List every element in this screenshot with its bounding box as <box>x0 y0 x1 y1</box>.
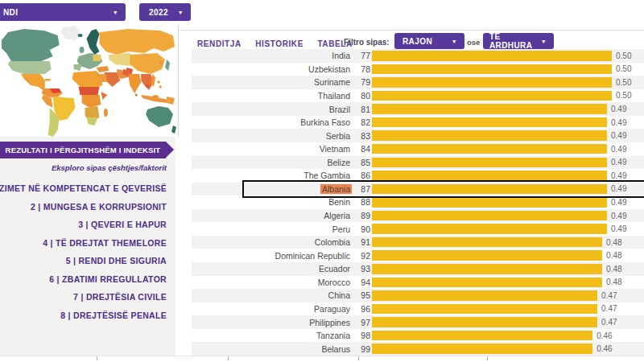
sidebar-item-factor-1[interactable]: 1 | KUFIZIMET NË KOMPETENCAT E QEVERISË <box>0 179 175 198</box>
sidebar-item-factor-7[interactable]: 7 | DREJTËSIA CIVILE <box>0 288 175 306</box>
country-name: Philippines <box>308 318 352 327</box>
ranking-row[interactable]: The Gambia 86 0.49 <box>192 169 644 183</box>
score-value: 0.48 <box>606 278 621 286</box>
ranking-row[interactable]: Dominican Republic 92 0.48 <box>192 249 644 262</box>
score-bar <box>372 197 607 208</box>
country-select[interactable]: NDI ▼ <box>0 3 126 21</box>
income-filter-value: TË ARDHURA <box>489 32 541 50</box>
topbar: NDI ▼ 2022 ▼ <box>0 0 644 24</box>
country-name: India <box>330 51 352 60</box>
country-name: Uzbekistan <box>307 64 352 74</box>
ranking-row[interactable]: China 95 0.47 <box>192 289 644 302</box>
score-bar <box>372 158 607 168</box>
rank-value: 85 <box>352 158 370 167</box>
country-name: Burkina Faso <box>299 117 352 127</box>
ranking-row[interactable]: India 77 0.50 <box>192 49 644 63</box>
ranking-row[interactable]: Vietnam 84 0.49 <box>192 142 644 156</box>
score-bar <box>372 91 612 101</box>
score-value: 0.49 <box>611 105 626 113</box>
score-value: 0.49 <box>611 118 626 127</box>
region-filter-select[interactable]: RAJON ▼ <box>394 33 464 49</box>
sidebar-item-factor-3[interactable]: 3 | QEVERI E HAPUR <box>0 216 175 234</box>
score-value: 0.50 <box>616 78 631 87</box>
chevron-down-icon: ▼ <box>113 10 126 15</box>
sidebar-item-factor-6[interactable]: 6 | ZBATIMI RREGULLATOR <box>0 270 175 289</box>
score-bar <box>372 211 607 221</box>
ranking-row[interactable]: Serbia 83 0.49 <box>192 129 644 142</box>
ranking-row[interactable]: Brazil 81 0.49 <box>192 102 644 116</box>
score-value: 0.47 <box>601 318 617 327</box>
country-name: The Gambia <box>302 171 352 180</box>
axis-tick <box>228 356 229 360</box>
score-bar <box>372 51 612 61</box>
country-name: Belize <box>325 158 352 167</box>
rank-value: 96 <box>352 304 370 314</box>
sidebar-item-factor-2[interactable]: 2 | MUNGESA E KORRUPSIONIT <box>0 198 175 216</box>
sidebar-item-factor-8[interactable]: 8 | DREJTËSISË PENALE <box>0 306 175 325</box>
sidebar-item-factor-5[interactable]: 5 | RENDI DHE SIGURIA <box>0 252 175 270</box>
rank-value: 88 <box>352 197 370 207</box>
sidebar-item-overall-result[interactable]: REZULTATI I PËRGJITHSHËM I INDEKSIT <box>0 142 166 158</box>
chevron-down-icon: ▼ <box>452 39 464 44</box>
region-filter-value: RAJON <box>402 37 432 46</box>
ranking-row[interactable]: Peru 90 0.49 <box>192 222 644 236</box>
ranking-row[interactable]: Uzbekistan 78 0.50 <box>192 63 644 76</box>
country-name: Paraguay <box>312 304 352 314</box>
ranking-row[interactable]: Philippines 97 0.47 <box>192 315 644 329</box>
ranking-row[interactable]: Tanzania 98 0.46 <box>192 329 644 343</box>
country-name: Vietnam <box>318 144 352 154</box>
ranking-row[interactable]: Burkina Faso 82 0.49 <box>192 116 644 130</box>
rank-value: 81 <box>352 105 370 114</box>
income-filter-select[interactable]: TË ARDHURA ▼ <box>483 33 554 49</box>
country-name: Dominican Republic <box>274 251 352 261</box>
score-value: 0.48 <box>606 251 621 260</box>
ranking-row[interactable]: Thailand 80 0.50 <box>192 89 644 103</box>
ranking-row[interactable]: Belize 85 0.49 <box>192 156 644 170</box>
country-name: Suriname <box>312 77 352 87</box>
score-value: 0.49 <box>611 171 626 180</box>
rank-value: 78 <box>352 64 370 74</box>
country-select-value: NDI <box>3 8 18 17</box>
score-bar <box>372 278 602 288</box>
country-name: Ecuador <box>317 264 352 274</box>
sidebar-item-factor-4[interactable]: 4 | TË DREJTAT THEMELORE <box>0 234 175 253</box>
ranking-list: India 77 0.50 Uzbekistan 78 0.50 Surinam… <box>192 49 644 356</box>
filter-by-label: Filtro sipas: <box>344 38 390 47</box>
ranking-row[interactable]: Albania 87 0.49 <box>192 183 644 196</box>
score-value: 0.49 <box>611 212 626 220</box>
country-name: Albania <box>320 184 352 194</box>
ranking-row[interactable]: Paraguay 96 0.47 <box>192 302 644 316</box>
sidebar-banner-label: REZULTATI I PËRGJITHSHËM I INDEKSIT <box>6 146 161 154</box>
country-name: Peru <box>331 224 352 234</box>
country-name: Tanzania <box>315 331 352 340</box>
score-value: 0.48 <box>606 265 621 274</box>
ranking-row[interactable]: Ecuador 93 0.48 <box>192 262 644 276</box>
ranking-row[interactable]: Colombia 91 0.48 <box>192 236 644 249</box>
explore-by-factor-label: Eksploro sipas çështjes/faktorit <box>0 163 175 172</box>
score-bar <box>372 290 597 301</box>
score-value: 0.49 <box>611 145 626 154</box>
ranking-row[interactable]: Algeria 89 0.49 <box>192 209 644 223</box>
country-name: Morocco <box>316 278 352 287</box>
ranking-row[interactable]: Suriname 79 0.50 <box>192 76 644 89</box>
rank-value: 79 <box>352 77 370 87</box>
year-select[interactable]: 2022 ▼ <box>139 3 191 21</box>
country-name: Algeria <box>322 211 352 220</box>
rank-value: 93 <box>352 264 370 274</box>
score-bar <box>372 250 602 261</box>
rank-value: 98 <box>352 331 370 340</box>
rank-value: 82 <box>352 117 370 127</box>
ranking-row[interactable]: Belarus 99 0.46 <box>192 342 644 356</box>
score-value: 0.47 <box>601 291 617 300</box>
score-bar <box>372 304 597 315</box>
score-value: 0.49 <box>611 184 626 193</box>
score-bar <box>372 237 602 248</box>
ranking-row[interactable]: Morocco 94 0.48 <box>192 276 644 290</box>
score-value: 0.50 <box>616 51 631 60</box>
score-value: 0.49 <box>611 198 626 207</box>
score-value: 0.48 <box>606 238 621 247</box>
ranking-row[interactable]: Benin 88 0.49 <box>192 195 644 209</box>
rank-value: 92 <box>352 251 370 261</box>
world-choropleth-map[interactable] <box>0 24 179 137</box>
rank-value: 83 <box>352 131 370 141</box>
